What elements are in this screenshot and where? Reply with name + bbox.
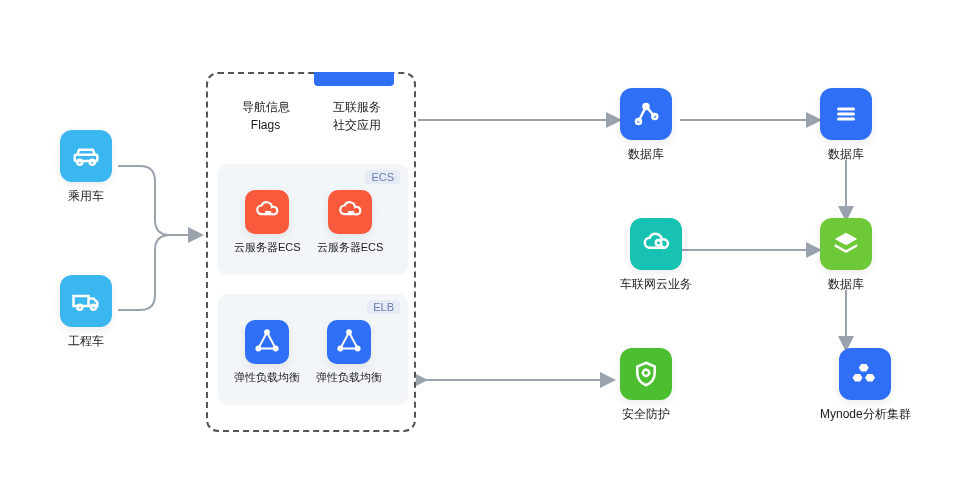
node-label: 车联网云业务 [620,276,692,293]
hex-icon [839,348,891,400]
node-db-graph: 数据库 [620,88,672,163]
shield-gear-icon [620,348,672,400]
elb-item-label: 弹性负载均衡 [316,370,382,385]
connector-lines [0,0,960,500]
node-label: 安全防护 [622,406,670,423]
load-balancer-icon [327,320,371,364]
node-label: 数据库 [828,276,864,293]
sub-panel-elb: ELB 弹性负载均衡 弹性负载均衡 [218,294,408,404]
node-db-bars: 数据库 [820,88,872,163]
node-truck: 工程车 [60,275,112,350]
ecs-item-label: 云服务器ECS [234,240,301,255]
node-iov-cloud: 车联网云业务 [620,218,692,293]
node-label: 数据库 [628,146,664,163]
cloud-server-icon [245,190,289,234]
cloud-search-icon [630,218,682,270]
svg-point-11 [347,330,351,334]
truck-icon [60,275,112,327]
node-label: 乘用车 [68,188,104,205]
node-car: 乘用车 [60,130,112,205]
svg-point-20 [656,240,662,246]
svg-point-9 [274,347,278,351]
car-icon [60,130,112,182]
main-panel: 导航信息 Flags 互联服务 社交应用 ECS 云服务器ECS 云服务器ECS [206,72,416,432]
svg-point-12 [356,347,360,351]
svg-point-13 [338,347,342,351]
cloud-server-icon [328,190,372,234]
node-mynode-cluster: Mynode分析集群 [820,348,911,423]
node-security: 安全防护 [620,348,672,423]
bars-icon [820,88,872,140]
sub-panel-ecs: ECS 云服务器ECS 云服务器ECS [218,164,408,274]
elb-item: 弹性负载均衡 [234,320,300,385]
tag-elb: ELB [367,300,400,314]
ecs-item: 云服务器ECS [234,190,301,255]
diagram-canvas: 乘用车 工程车 导航信息 Flags 互联服务 社交应用 ECS 云服务器ECS [0,0,960,500]
tag-ecs: ECS [365,170,400,184]
graph-icon [620,88,672,140]
load-balancer-icon [245,320,289,364]
node-label: 数据库 [828,146,864,163]
ecs-item: 云服务器ECS [317,190,384,255]
node-label: Mynode分析集群 [820,406,911,423]
svg-point-22 [643,370,649,376]
svg-rect-7 [348,211,355,213]
ecs-item-label: 云服务器ECS [317,240,384,255]
panel-tab-highlight [314,72,394,86]
svg-point-10 [256,347,260,351]
layers-icon [820,218,872,270]
svg-line-21 [661,245,664,248]
svg-point-8 [265,330,269,334]
node-db-layers: 数据库 [820,218,872,293]
panel-head-item: 互联服务 社交应用 [333,98,381,134]
node-label: 工程车 [68,333,104,350]
svg-rect-6 [265,211,272,213]
panel-head-item: 导航信息 Flags [242,98,290,134]
elb-item-label: 弹性负载均衡 [234,370,300,385]
elb-item: 弹性负载均衡 [316,320,382,385]
